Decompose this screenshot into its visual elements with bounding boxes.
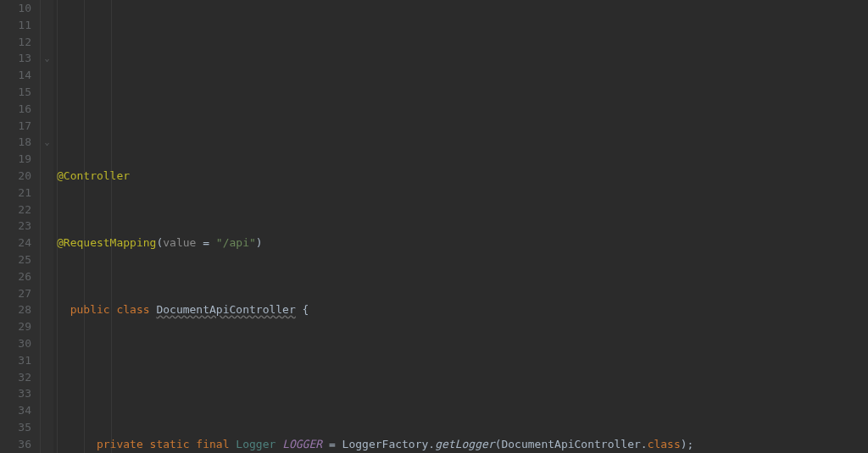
line-number: 24	[0, 235, 31, 251]
line-number: 14	[0, 67, 31, 84]
line-number: 20	[0, 168, 31, 185]
line-number: 35	[0, 419, 31, 436]
line-number: 26	[0, 268, 31, 285]
line-number: 10	[0, 0, 31, 17]
line-number: 29	[0, 318, 31, 335]
line-number: 31	[0, 352, 31, 369]
line-number: 30	[0, 335, 31, 352]
annotation: @Controller	[57, 169, 130, 182]
line-number: 19	[0, 151, 31, 168]
line-number: 23	[0, 218, 31, 235]
line-number: 27	[0, 285, 31, 302]
code-line[interactable]: @RequestMapping(value = "/api")	[57, 235, 868, 251]
line-number: 11	[0, 17, 31, 34]
line-number: 16	[0, 101, 31, 118]
line-number: 28	[0, 301, 31, 318]
line-number: 12	[0, 34, 31, 51]
code-line[interactable]	[57, 101, 868, 118]
line-number: 18	[0, 134, 31, 151]
line-number: 21	[0, 185, 31, 202]
line-number: 17	[0, 118, 31, 135]
code-editor[interactable]: 1011121314151617181920212223242526272829…	[0, 0, 868, 453]
line-number: 34	[0, 402, 31, 419]
code-line[interactable]: @Controller	[57, 168, 868, 185]
line-number-gutter: 1011121314151617181920212223242526272829…	[0, 0, 41, 453]
annotation: @RequestMapping	[57, 236, 156, 249]
code-line[interactable]: private static final Logger LOGGER = Log…	[57, 436, 868, 453]
line-number: 22	[0, 202, 31, 218]
line-number: 15	[0, 84, 31, 101]
line-number: 25	[0, 251, 31, 268]
fold-column: ⌄ ⌄	[41, 0, 53, 453]
line-number: 13	[0, 50, 31, 67]
line-number: 36	[0, 436, 31, 453]
line-number: 33	[0, 385, 31, 402]
code-line[interactable]: public class DocumentApiController {	[57, 301, 868, 318]
code-area[interactable]: @Controller @RequestMapping(value = "/ap…	[53, 0, 868, 453]
line-number: 32	[0, 369, 31, 386]
